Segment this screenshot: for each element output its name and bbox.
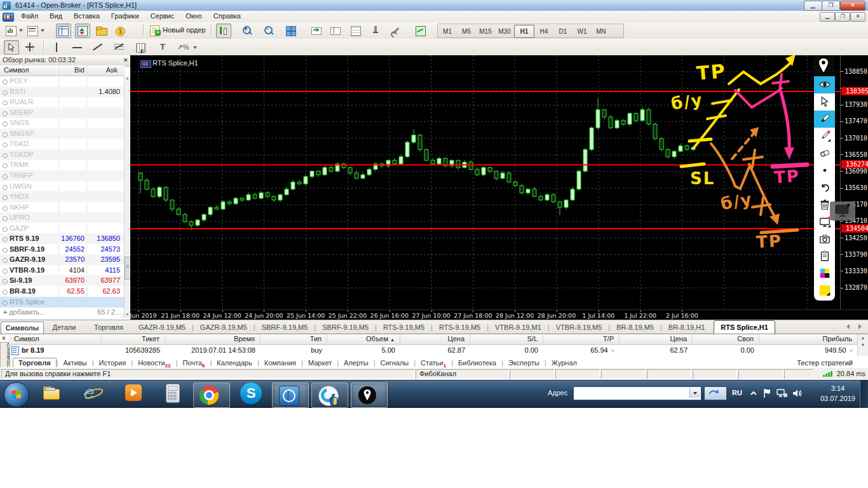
taskbar-app-internet-explorer[interactable]: e — [81, 383, 103, 407]
column-Символ[interactable]: Символ — [9, 335, 102, 344]
candlestick-chart[interactable] — [130, 55, 840, 309]
column-bid[interactable]: Bid — [59, 66, 85, 74]
scroll-left-icon[interactable] — [846, 324, 850, 329]
add-symbol-row[interactable]: +добавить... 65 / 2... — [0, 307, 125, 318]
chart-tab-BR-8.19,M5[interactable]: BR-8.19,M5 — [610, 321, 660, 334]
price-scale[interactable]: 1388501379301374701370101365501360901356… — [840, 55, 868, 309]
market-watch-row[interactable]: SNGSP — [0, 128, 125, 139]
taskbar-app-skype[interactable]: S — [240, 383, 263, 407]
new-chart-dropdown[interactable] — [19, 29, 23, 32]
chart-tab-RTS-9.19,M5[interactable]: RTS-9.19,M5 — [377, 321, 431, 334]
terminal-tab-Компания[interactable]: Компания — [259, 358, 301, 368]
terminal-tab-История[interactable]: История — [94, 358, 132, 368]
epic-pen-tool-eye-icon[interactable] — [814, 76, 835, 93]
scroll-up-icon[interactable]: ▲ — [858, 334, 868, 341]
epic-pen-tool-pen-icon[interactable] — [814, 128, 835, 145]
child-restore-button[interactable]: ❐ — [835, 12, 850, 22]
market-watch-tab-Детали[interactable]: Детали — [43, 322, 85, 333]
epic-pen-tool-current-color-icon[interactable] — [814, 282, 835, 299]
epic-pen-tool-dot-icon[interactable] — [814, 162, 835, 179]
taskbar-app-media-player[interactable] — [123, 383, 145, 407]
zoom-in-button[interactable] — [240, 24, 255, 38]
market-watch-scrollbar[interactable]: ▲ ▼ — [124, 76, 130, 318]
navigator-toggle[interactable] — [75, 24, 90, 38]
market-watch-row[interactable]: TGKD — [0, 139, 125, 149]
menu-Справка[interactable]: Справка — [208, 11, 247, 22]
menu-Вид[interactable]: Вид — [44, 11, 68, 22]
column-Цена[interactable]: Цена — [400, 335, 470, 344]
terminal-toggle[interactable] — [94, 24, 109, 38]
chart-tab-RTS Splice,H1[interactable]: RTS Splice,H1 — [714, 320, 775, 334]
time-axis[interactable]: 21 Jun 201921 Jun 18:0024 Jun 12:0024 Ju… — [130, 309, 868, 320]
market-watch-row[interactable]: TGKDP — [0, 149, 125, 160]
timeframe-H1[interactable]: H1 — [514, 25, 534, 38]
close-position-icon[interactable]: × — [850, 348, 853, 354]
chart-tab-GAZR-9.19,M5[interactable]: GAZR-9.19,M5 — [194, 321, 254, 334]
market-watch-row[interactable]: UPRO — [0, 212, 125, 223]
terminal-tab-Эксперты[interactable]: Эксперты — [503, 358, 545, 368]
arrows-tool[interactable]: ↗% — [175, 40, 191, 55]
arrows-dropdown[interactable] — [193, 46, 197, 49]
timeframe-D1[interactable]: D1 — [553, 25, 573, 37]
column-Объем[interactable]: Объем ▲ — [327, 335, 400, 344]
market-watch-row[interactable]: GAZP — [0, 223, 125, 234]
column-Своп[interactable]: Своп — [693, 335, 759, 344]
terminal-tab-Библиотека[interactable]: Библиотека — [453, 358, 501, 368]
market-watch-row[interactable]: SBERP — [0, 107, 125, 118]
scroll-right-icon[interactable] — [858, 324, 862, 329]
address-go-button[interactable] — [704, 386, 727, 400]
auto-scroll-button[interactable] — [309, 24, 324, 38]
scroll-up-icon[interactable]: ▲ — [125, 76, 130, 81]
chart-tab-VTBR-9.19,M1[interactable]: VTBR-9.19,M1 — [489, 321, 548, 334]
grid-tool[interactable]: F — [133, 40, 149, 55]
child-close-button[interactable]: ✕ — [850, 12, 865, 22]
options-wrench-button[interactable] — [389, 24, 404, 38]
taskbar-app-open-broker[interactable] — [272, 383, 309, 408]
column-Цена[interactable]: Цена — [620, 335, 693, 344]
market-watch-row[interactable]: RSTI1.4080 — [0, 86, 125, 97]
text-tool[interactable]: T — [155, 40, 170, 55]
epic-pen-tool-marker-icon[interactable] — [814, 111, 835, 128]
chart-tab-VTBR-9.19,M5[interactable]: VTBR-9.19,M5 — [550, 321, 609, 334]
market-watch-header[interactable]: Символ Bid Ask — [0, 65, 125, 76]
market-watch-row[interactable]: TRNFP — [0, 170, 125, 181]
dropdown-icon[interactable] — [689, 388, 700, 398]
cursor-tool-button[interactable] — [4, 40, 19, 55]
market-watch-toggle[interactable] — [56, 24, 71, 38]
taskbar-clock[interactable]: 3:14 03.07.2019 — [820, 383, 855, 403]
market-watch-row[interactable]: RTS 9.19136760136850 — [0, 233, 125, 244]
trendline-tool[interactable] — [90, 40, 105, 55]
profiles-button[interactable] — [25, 24, 41, 38]
crosshair-tool-button[interactable] — [23, 40, 38, 55]
chart-shift-button[interactable] — [328, 24, 343, 38]
market-watch-row[interactable]: SNGS — [0, 118, 125, 128]
terminal-tab-Активы[interactable]: Активы — [58, 358, 92, 368]
market-watch-row[interactable]: VTBR-9.1941044115 — [0, 265, 125, 276]
menu-Файл[interactable]: Файл — [15, 11, 44, 22]
terminal-table-header[interactable]: СимволТикетВремяТипОбъем ▲ЦенаS/LT/PЦена… — [9, 334, 858, 345]
terminal-close-icon[interactable]: × — [2, 335, 6, 342]
scroll-down-icon[interactable]: ▼ — [858, 341, 868, 348]
show-desktop-button[interactable] — [860, 381, 868, 408]
market-watch-row[interactable]: NKHP — [0, 202, 125, 213]
market-watch-row[interactable]: GAZR-9.192357023595 — [0, 254, 125, 265]
market-watch-tab-Символы[interactable]: Символы — [1, 322, 44, 334]
terminal-tab-Маркет[interactable]: Маркет — [303, 358, 337, 368]
chart-tab-SBRF-9.19,M5[interactable]: SBRF-9.19,M5 — [255, 321, 315, 334]
market-watch-row[interactable]: BR-8.1962.5562.63 — [0, 286, 125, 297]
timeframe-M5[interactable]: M5 — [457, 25, 476, 37]
timeframe-H4[interactable]: H4 — [534, 25, 553, 37]
horizontal-line-tool[interactable] — [70, 40, 85, 55]
minimize-button[interactable]: ▁ — [804, 1, 822, 11]
epic-pen-tool-cursor-icon[interactable] — [814, 93, 835, 111]
profiles-dropdown[interactable] — [41, 29, 44, 32]
chart-tab-BR-8.19,H1[interactable]: BR-8.19,H1 — [662, 321, 711, 334]
taskbar-app-chrome[interactable] — [193, 383, 230, 408]
start-button[interactable] — [4, 382, 29, 407]
timeframe-M1[interactable]: M1 — [438, 25, 457, 37]
terminal-tab-Журнал[interactable]: Журнал — [546, 358, 582, 368]
show-hidden-icons[interactable] — [750, 388, 757, 400]
market-watch-row[interactable]: TRMK — [0, 159, 125, 170]
action-center-flag-icon[interactable] — [763, 388, 771, 401]
column-Тикет[interactable]: Тикет — [102, 335, 165, 344]
